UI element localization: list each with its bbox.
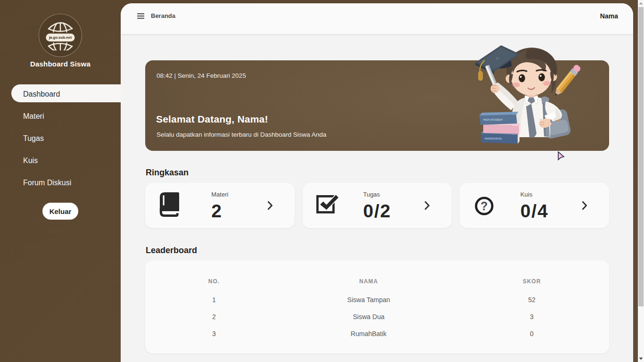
svg-text:HIGH STUDENT: HIGH STUDENT [483,118,503,121]
svg-text:HIGHSCHOOL: HIGHSCHOOL [485,137,502,140]
svg-text:?: ? [481,199,488,212]
svg-text:ja.go.sub.net: ja.go.sub.net [49,35,72,40]
